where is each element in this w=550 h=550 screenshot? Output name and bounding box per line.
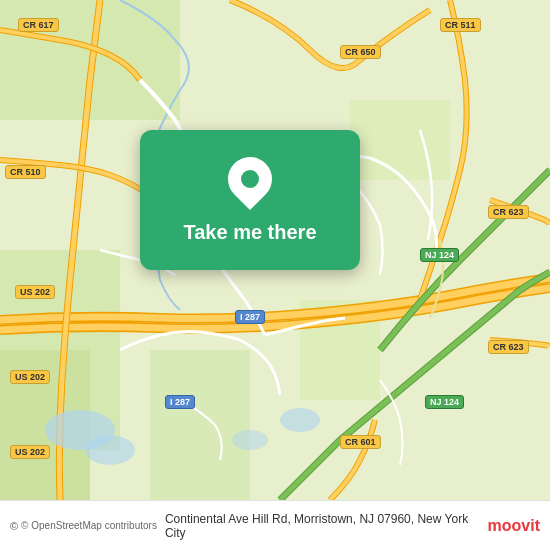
label-us202-low: US 202 bbox=[10, 370, 50, 384]
moovit-logo: moovit bbox=[488, 517, 540, 535]
label-nj124-top: NJ 124 bbox=[420, 248, 459, 262]
label-cr623-top: CR 623 bbox=[488, 205, 529, 219]
destination-card[interactable]: Take me there bbox=[140, 130, 360, 270]
label-cr650: CR 650 bbox=[340, 45, 381, 59]
label-us202-bot: US 202 bbox=[10, 445, 50, 459]
osm-attribution: © © OpenStreetMap contributors bbox=[10, 520, 157, 532]
svg-rect-3 bbox=[350, 100, 450, 180]
label-us202-mid: US 202 bbox=[15, 285, 55, 299]
svg-rect-5 bbox=[150, 350, 250, 500]
take-me-there-button[interactable]: Take me there bbox=[183, 221, 316, 244]
label-i287-mid: I 287 bbox=[235, 310, 265, 324]
location-pin-icon bbox=[228, 157, 272, 211]
label-i287-bot: I 287 bbox=[165, 395, 195, 409]
svg-point-8 bbox=[85, 435, 135, 465]
bottom-bar: © © OpenStreetMap contributors Continent… bbox=[0, 500, 550, 550]
map-container[interactable]: CR 617 CR 511 CR 650 CR 510 US 202 CR 62… bbox=[0, 0, 550, 500]
osm-text: © OpenStreetMap contributors bbox=[21, 520, 157, 531]
label-cr617: CR 617 bbox=[18, 18, 59, 32]
label-cr510: CR 510 bbox=[5, 165, 46, 179]
svg-point-10 bbox=[232, 430, 268, 450]
label-cr623-bot: CR 623 bbox=[488, 340, 529, 354]
label-nj124-bot: NJ 124 bbox=[425, 395, 464, 409]
location-address: Continental Ave Hill Rd, Morristown, NJ … bbox=[157, 512, 488, 540]
svg-point-9 bbox=[280, 408, 320, 432]
label-cr511-top: CR 511 bbox=[440, 18, 481, 32]
moovit-brand-text: moovit bbox=[488, 517, 540, 535]
copyright-symbol: © bbox=[10, 520, 18, 532]
label-cr601: CR 601 bbox=[340, 435, 381, 449]
